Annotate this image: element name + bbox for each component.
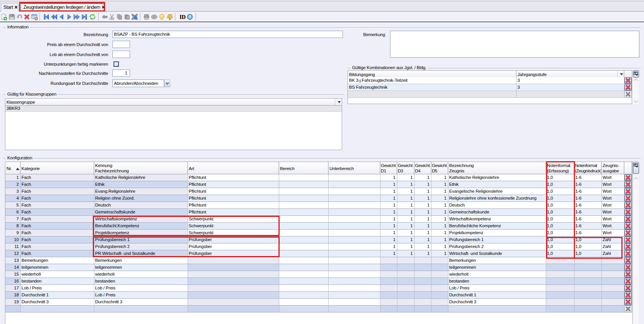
svg-text:?: ?	[189, 15, 191, 19]
